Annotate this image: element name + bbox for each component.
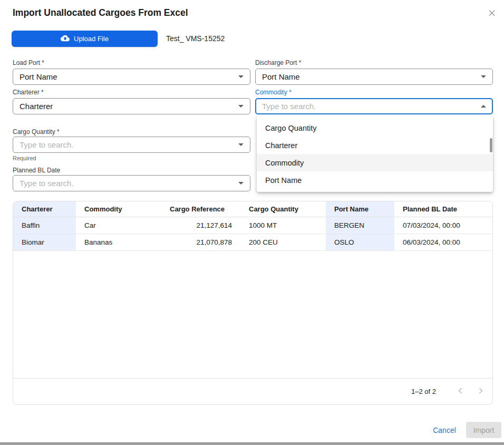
cell-commodity: Car <box>76 217 161 234</box>
column-header-port-name: Port Name <box>326 201 394 217</box>
column-header-cargo-quantity: Cargo Quantity <box>240 201 326 217</box>
table-row[interactable]: Biomar Bananas 21,070,878 200 CEU OSLO 0… <box>13 234 493 251</box>
chevron-right-icon <box>475 385 487 398</box>
uploaded-file-name: Test_ VMS-15252 <box>166 31 225 47</box>
planned-bl-date-placeholder: Type to search. <box>20 179 238 188</box>
column-header-planned-bl-date: Planned BL Date <box>394 201 493 217</box>
pagination-range-label: 1–2 of 2 <box>411 388 436 395</box>
chevron-down-icon <box>481 75 486 78</box>
cargo-preview-table: Charterer Commodity Cargo Reference Carg… <box>13 201 493 251</box>
close-button[interactable] <box>486 7 498 20</box>
cloud-upload-icon <box>61 34 70 44</box>
import-button[interactable]: Import <box>466 422 501 438</box>
load-port-value: Port Name <box>20 72 238 81</box>
cargo-quantity-label: Cargo Quantity * <box>13 128 60 136</box>
horizontal-scrollbar[interactable] <box>0 442 504 445</box>
discharge-port-value: Port Name <box>262 72 481 81</box>
cargo-quantity-helper: Required <box>13 155 36 161</box>
commodity-search-input[interactable] <box>262 102 481 111</box>
discharge-port-select[interactable]: Port Name <box>255 69 493 85</box>
table-header-row: Charterer Commodity Cargo Reference Carg… <box>13 201 493 217</box>
cell-charterer: Biomar <box>13 234 76 251</box>
cell-cargo-quantity: 1000 MT <box>240 217 326 234</box>
pagination-bar: 1–2 of 2 <box>13 378 492 404</box>
cell-cargo-reference: 21,127,614 <box>161 217 240 234</box>
commodity-combobox[interactable] <box>255 98 493 114</box>
cell-port-name: OSLO <box>326 234 394 251</box>
planned-bl-date-label: Planned BL Date <box>13 167 60 174</box>
dialog-title: Import Unallocated Cargoes From Excel <box>13 7 188 18</box>
import-cargoes-dialog: Import Unallocated Cargoes From Excel Up… <box>0 0 504 445</box>
charterer-label: Charterer * <box>13 89 44 96</box>
chevron-down-icon <box>238 75 244 78</box>
upload-file-label: Upload File <box>74 35 109 43</box>
commodity-dropdown-listbox: Cargo Quantity Charterer Commodity Port … <box>257 116 493 192</box>
dropdown-option-charterer[interactable]: Charterer <box>257 137 493 154</box>
charterer-select[interactable]: Charterer <box>13 98 250 114</box>
column-header-commodity: Commodity <box>76 201 161 217</box>
charterer-value: Charterer <box>20 102 238 111</box>
chevron-down-icon <box>238 182 244 185</box>
column-header-cargo-reference: Cargo Reference <box>161 201 240 217</box>
cancel-button[interactable]: Cancel <box>431 424 458 437</box>
discharge-port-label: Discharge Port * <box>255 59 301 66</box>
cell-port-name: BERGEN <box>326 217 394 234</box>
previous-page-button[interactable] <box>454 385 467 398</box>
dropdown-option-port-name[interactable]: Port Name <box>257 171 493 189</box>
dropdown-option-cargo-quantity[interactable]: Cargo Quantity <box>257 119 493 137</box>
commodity-label: Commodity * <box>255 89 292 96</box>
cell-cargo-reference: 21,070,878 <box>161 234 240 251</box>
cell-commodity: Bananas <box>76 234 161 251</box>
cell-charterer: Baffin <box>13 217 76 234</box>
chevron-left-icon <box>454 385 466 398</box>
dropdown-option-commodity[interactable]: Commodity <box>257 154 493 171</box>
load-port-select[interactable]: Port Name <box>13 69 250 85</box>
chevron-down-icon <box>238 105 244 108</box>
cell-cargo-quantity: 200 CEU <box>240 234 326 251</box>
next-page-button[interactable] <box>474 385 487 398</box>
cargo-quantity-placeholder: Type to search. <box>20 140 238 149</box>
close-icon <box>487 8 497 19</box>
cargo-preview-table-card: Charterer Commodity Cargo Reference Carg… <box>13 201 493 405</box>
table-row[interactable]: Baffin Car 21,127,614 1000 MT BERGEN 07/… <box>13 217 493 234</box>
column-header-charterer: Charterer <box>13 201 76 217</box>
dropdown-scrollbar-thumb[interactable] <box>490 138 492 152</box>
chevron-up-icon <box>481 105 486 108</box>
upload-file-button[interactable]: Upload File <box>12 31 158 47</box>
table-empty-area <box>13 251 492 378</box>
cargo-quantity-combobox[interactable]: Type to search. <box>13 137 250 153</box>
planned-bl-date-combobox[interactable]: Type to search. <box>13 175 250 191</box>
cell-planned-bl-date: 06/03/2024, 00:00 <box>394 234 493 251</box>
load-port-label: Load Port * <box>13 59 44 66</box>
chevron-down-icon <box>238 143 244 146</box>
cell-planned-bl-date: 07/03/2024, 00:00 <box>394 217 493 234</box>
